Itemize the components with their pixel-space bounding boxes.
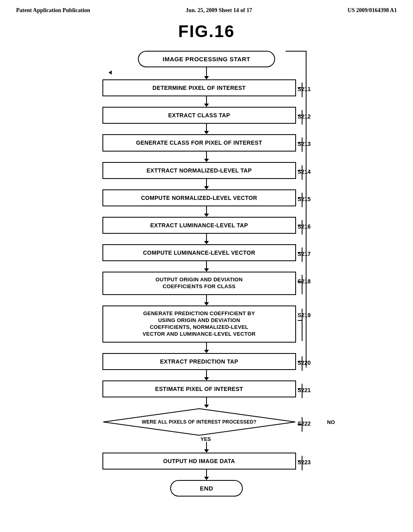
s214-row: EXTTRACT NORMALIZED-LEVEL TAP S214: [102, 162, 311, 179]
s212-row: EXTRACT CLASS TAP S212: [102, 107, 311, 124]
header-middle: Jun. 25, 2009 Sheet 14 of 17: [186, 7, 252, 14]
end-shape: END: [170, 480, 243, 497]
figure-title: FIG.16: [0, 22, 413, 41]
s217-box: COMPUTE LUMINANCE-LEVEL VECTOR: [102, 244, 296, 261]
s215-label: S215: [298, 196, 311, 202]
no-label: NO: [327, 419, 335, 425]
s219-box: GENERATE PREDICTION COEFFICIENT BYUSING …: [102, 305, 296, 343]
s219-row: GENERATE PREDICTION COEFFICIENT BYUSING …: [102, 305, 311, 343]
s218-label: S218: [298, 278, 311, 285]
s218-box: OUTPUT ORIGIN AND DEVIATIONCOEFFICIENTS …: [102, 272, 296, 295]
arrow-s223-end: [204, 470, 209, 480]
s211-row: DETERMINE PIXEL OF INTEREST S211: [102, 79, 311, 96]
s211-box: DETERMINE PIXEL OF INTEREST: [102, 79, 296, 96]
s215-box: COMPUTE NORMALIZED-LEVEL VECTOR: [102, 189, 296, 206]
arrow-s216-s217: [204, 234, 209, 244]
s223-label: S223: [298, 459, 311, 466]
arrow-s213-s214: [204, 152, 209, 162]
s213-row: GENERATE CLASS FOR PIXEL OF INTEREST S21…: [102, 134, 311, 151]
s213-box: GENERATE CLASS FOR PIXEL OF INTEREST: [102, 134, 296, 151]
start-shape: IMAGE PROCESSING START: [138, 51, 275, 67]
arrow-s212-s213: [204, 124, 209, 134]
start-row: IMAGE PROCESSING START: [138, 51, 275, 67]
arrow-s214-s215: [204, 179, 209, 189]
arrow-s218-s219: [204, 295, 209, 305]
s222-row: WERE ALL PIXELS OF INTEREST PROCESSED? S…: [102, 408, 311, 436]
s223-box: OUTPUT HD IMAGE DATA: [102, 453, 296, 470]
s220-row: EXTRACT PREDICTION TAP S220: [102, 353, 311, 370]
header-right: US 2009/0164398 A1: [348, 7, 397, 14]
s218-row: OUTPUT ORIGIN AND DEVIATIONCOEFFICIENTS …: [102, 272, 311, 295]
s211-label: S211: [298, 86, 311, 92]
s216-row: EXTRACT LUMINANCE-LEVEL TAP S216: [102, 217, 311, 234]
s222-label: S222: [298, 420, 311, 427]
s215-row: COMPUTE NORMALIZED-LEVEL VECTOR S215: [102, 189, 311, 206]
s219-label: S219: [298, 312, 311, 318]
s213-label: S213: [298, 141, 311, 147]
yes-label-text: YES: [200, 436, 211, 442]
s221-row: ESTIMATE PIXEL OF INTEREST S221: [102, 380, 311, 397]
s214-label: S214: [298, 168, 311, 175]
arrow-s211-s212: [204, 96, 209, 107]
header: Patent Application Publication Jun. 25, …: [0, 0, 413, 18]
s214-box: EXTTRACT NORMALIZED-LEVEL TAP: [102, 162, 296, 179]
flowchart: IMAGE PROCESSING START DETERMINE PIXEL O…: [0, 51, 413, 497]
s220-box: EXTRACT PREDICTION TAP: [102, 353, 296, 370]
arrow-s215-s216: [204, 206, 209, 217]
s216-box: EXTRACT LUMINANCE-LEVEL TAP: [102, 217, 296, 234]
s212-label: S212: [298, 113, 311, 120]
s217-row: COMPUTE LUMINANCE-LEVEL VECTOR S217: [102, 244, 311, 261]
s212-box: EXTRACT CLASS TAP: [102, 107, 296, 124]
s220-label: S220: [298, 360, 311, 366]
s217-label: S217: [298, 251, 311, 257]
header-left: Patent Application Publication: [16, 7, 90, 14]
end-row: END: [170, 480, 243, 497]
arrow-s220-s221: [204, 370, 209, 380]
arrow-s221-s222: [204, 397, 209, 408]
s216-label: S216: [298, 223, 311, 230]
s223-row: OUTPUT HD IMAGE DATA S223: [102, 453, 311, 470]
s221-box: ESTIMATE PIXEL OF INTEREST: [102, 380, 296, 397]
arrow-s217-s218: [204, 261, 209, 272]
arrow-s219-s220: [204, 343, 209, 353]
s222-text: WERE ALL PIXELS OF INTEREST PROCESSED?: [142, 419, 256, 425]
s221-label: S221: [298, 387, 311, 393]
